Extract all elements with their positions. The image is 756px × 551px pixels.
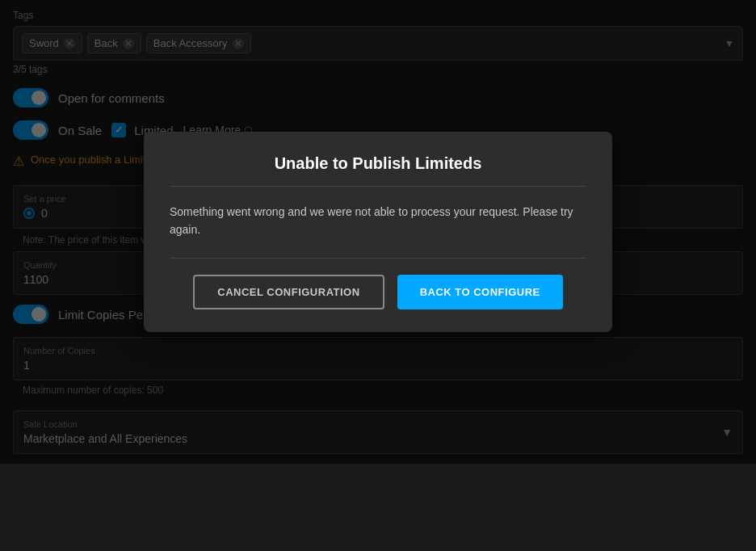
modal-buttons: CANCEL CONFIGURATION BACK TO CONFIGURE [170, 275, 586, 309]
back-to-configure-button[interactable]: BACK TO CONFIGURE [397, 275, 563, 309]
modal-dialog: Unable to Publish Limiteds Something wen… [144, 132, 612, 333]
modal-divider-bottom [170, 258, 586, 259]
page-background: Tags Sword ✕ Back ✕ Back Accessory ✕ ▼ 3… [0, 0, 756, 464]
modal-title: Unable to Publish Limiteds [170, 154, 586, 173]
modal-overlay: Unable to Publish Limiteds Something wen… [0, 0, 756, 464]
cancel-configuration-button[interactable]: CANCEL CONFIGURATION [193, 275, 384, 309]
modal-body: Something went wrong and we were not abl… [170, 203, 586, 239]
modal-divider-top [170, 186, 586, 187]
